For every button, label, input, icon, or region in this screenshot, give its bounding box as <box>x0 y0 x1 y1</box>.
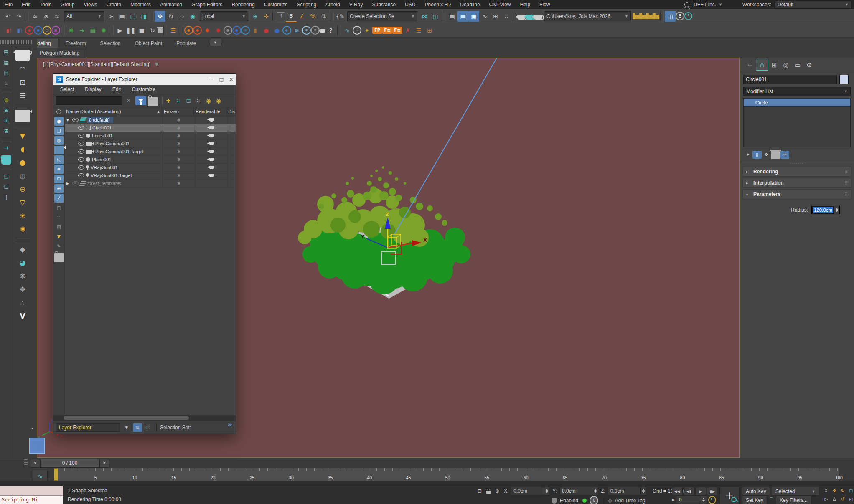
maximize-viewport-toggle[interactable]: ◱ <box>847 495 854 503</box>
restart-sim-button[interactable]: ↻ <box>147 25 158 36</box>
vray-sun-icon[interactable]: ☀ <box>15 210 30 222</box>
visibility-eye-icon[interactable] <box>78 173 84 177</box>
vray-disc-light-icon[interactable]: ⊖ <box>15 183 30 195</box>
absolute-mode-icon[interactable]: ⊕ <box>493 487 501 495</box>
object-row[interactable]: PhysCamera001 <box>65 140 236 148</box>
select-object-icon[interactable]: ➢ <box>106 11 117 22</box>
renderable-toggle[interactable] <box>195 124 228 132</box>
export-geometry-icon[interactable]: ➔ <box>76 25 87 36</box>
add-layer-button[interactable]: ✚ <box>163 96 173 105</box>
object-row[interactable]: Forest001 <box>65 132 236 140</box>
previous-frame-arrow[interactable]: < <box>30 459 40 468</box>
funnel-small-icon[interactable]: ▼ <box>54 232 64 241</box>
wrench-x-icon[interactable]: ✗ <box>402 25 413 36</box>
shield-icon[interactable] <box>552 498 557 504</box>
radius-spinner[interactable] <box>834 206 839 214</box>
visibility-eye-icon[interactable] <box>78 126 84 130</box>
menu-deadline[interactable]: Deadline <box>455 0 484 9</box>
photo-stack-icon[interactable]: ❏ <box>1 172 11 181</box>
named-selection-sets-dropdown[interactable]: Create Selection Se▼ <box>347 11 417 21</box>
snow-globe-icon[interactable]: ❄ <box>302 26 311 35</box>
import-file-icon[interactable] <box>633 15 639 19</box>
hands-export-icon[interactable]: ⇉ <box>1 143 11 152</box>
nested-layer-icon[interactable]: ⊟ <box>183 96 193 105</box>
vray-geosphere-icon[interactable]: ◍ <box>15 170 30 182</box>
menu-customize[interactable]: Customize <box>259 0 292 9</box>
phoenix-prt-icon[interactable]: ▣ <box>51 26 60 35</box>
menu-select[interactable]: Select <box>60 86 74 92</box>
y-spinner[interactable] <box>592 487 598 495</box>
window-a-icon[interactable]: ▤ <box>1 47 11 56</box>
display-tab-icon[interactable]: ▭ <box>792 60 803 70</box>
collapsed-caret-icon[interactable]: ▶ <box>66 182 71 185</box>
display-particles-icon[interactable]: ∷ <box>54 213 64 222</box>
graph-monitor-icon[interactable]: ∿ <box>342 25 353 36</box>
frozen-toggle[interactable] <box>163 180 195 187</box>
burst-red-icon[interactable]: ✹ <box>213 25 224 36</box>
display-helpers-icon[interactable]: ◺ <box>54 155 64 164</box>
rollout-grip-icon[interactable]: ⠿ <box>845 170 848 174</box>
schematic-view-icon[interactable]: ⊞ <box>490 11 501 22</box>
modify-tab-icon[interactable]: ∩ <box>756 60 768 71</box>
use-pivot-point-center-icon[interactable]: ⊕ <box>250 11 261 22</box>
frozen-toggle[interactable] <box>163 164 195 171</box>
vray-dome-light-icon[interactable]: ◖ <box>15 143 30 155</box>
earth-icon[interactable]: ◐ <box>282 26 291 35</box>
vray-ies-light-icon[interactable]: ▽ <box>15 197 30 208</box>
utilities-tab-icon[interactable]: ⚙ <box>803 60 815 70</box>
chaos-scatter-icon[interactable]: ❋ <box>15 270 30 282</box>
ribbon-overflow-dropdown[interactable]: ▼ <box>210 39 221 46</box>
vray-proxy-icon[interactable]: ◆ <box>15 243 30 255</box>
visibility-eye-icon[interactable] <box>78 142 84 146</box>
redo-icon[interactable]: ↷ <box>13 11 24 22</box>
renderable-toggle[interactable] <box>195 156 228 163</box>
object-color-swatch[interactable] <box>839 75 849 84</box>
water-drop-icon[interactable]: ● <box>232 26 241 35</box>
selection-column-header[interactable] <box>53 107 64 116</box>
x-spinner[interactable] <box>544 487 549 495</box>
open-folder-icon[interactable] <box>639 15 646 19</box>
tab-populate[interactable]: Populate <box>170 39 203 48</box>
select-and-move-icon[interactable]: ✥ <box>155 11 165 22</box>
select-and-manipulate-icon[interactable]: ✛ <box>261 11 272 22</box>
grid-orange-icon[interactable]: ⊞ <box>424 25 435 36</box>
vray-infinite-plane-icon[interactable]: ◕ <box>15 257 30 268</box>
menu-customize-se[interactable]: Customize <box>132 86 155 92</box>
pin-stack-icon[interactable]: ✦ <box>743 151 752 159</box>
object-name[interactable]: PhysCamera001 <box>95 141 130 146</box>
next-frame-arrow[interactable]: > <box>99 459 109 468</box>
zoom-extents-icon[interactable]: ↻ <box>839 487 846 494</box>
selection-lock-icon[interactable] <box>486 491 491 494</box>
z-spinner[interactable] <box>640 487 646 495</box>
bind-to-space-warp-icon[interactable]: ≈ <box>51 11 62 22</box>
file-settings-icon[interactable] <box>653 15 659 19</box>
scene-explorer-title-bar[interactable]: 3 Scene Explorer - Layer Explorer — □ ✕ <box>53 74 236 85</box>
menu-create[interactable]: Create <box>102 0 126 9</box>
toolbar-drag-handle[interactable] <box>13 40 32 44</box>
lock-small-icon[interactable] <box>54 253 64 262</box>
modifier-list-dropdown[interactable]: Modifier List ▼ <box>743 87 851 96</box>
rollout-rendering[interactable]: ▸ Rendering ⠿ <box>742 167 851 177</box>
tab-selection[interactable]: Selection <box>93 39 127 48</box>
sphere-red-icon[interactable]: ● <box>261 25 272 36</box>
scrollbar-thumb[interactable] <box>64 416 189 420</box>
current-frame-marker[interactable] <box>54 468 58 481</box>
toggle-ribbon-icon[interactable]: ▦ <box>468 11 479 22</box>
menu-flow[interactable]: Flow <box>535 0 554 9</box>
maximize-button[interactable]: □ <box>219 77 223 82</box>
fire-preset-red-icon[interactable]: ● <box>193 26 202 35</box>
menu-display[interactable]: Display <box>85 86 101 92</box>
filter-selected-button[interactable] <box>135 96 146 105</box>
vray-plane-light-icon[interactable]: ▼ <box>15 130 30 142</box>
help-icon[interactable]: ? <box>325 25 336 36</box>
renderable-toggle[interactable] <box>195 132 228 139</box>
account-menu[interactable]: DEFT Inc. ▼ <box>684 2 722 8</box>
vray-clipper-icon[interactable]: ✥ <box>15 284 30 295</box>
display-shapes-icon[interactable]: ❏ <box>54 127 64 135</box>
flat-layers-icon[interactable]: ≋ <box>193 96 203 105</box>
y-coordinate-field[interactable]: 0.0cm <box>559 487 598 495</box>
window-crossing-toggle-icon[interactable]: ◨ <box>138 11 149 22</box>
zoom-all-icon[interactable]: ✥ <box>831 487 838 494</box>
frozen-toggle[interactable] <box>163 132 195 139</box>
set-key-large-button[interactable]: + <box>719 486 740 504</box>
